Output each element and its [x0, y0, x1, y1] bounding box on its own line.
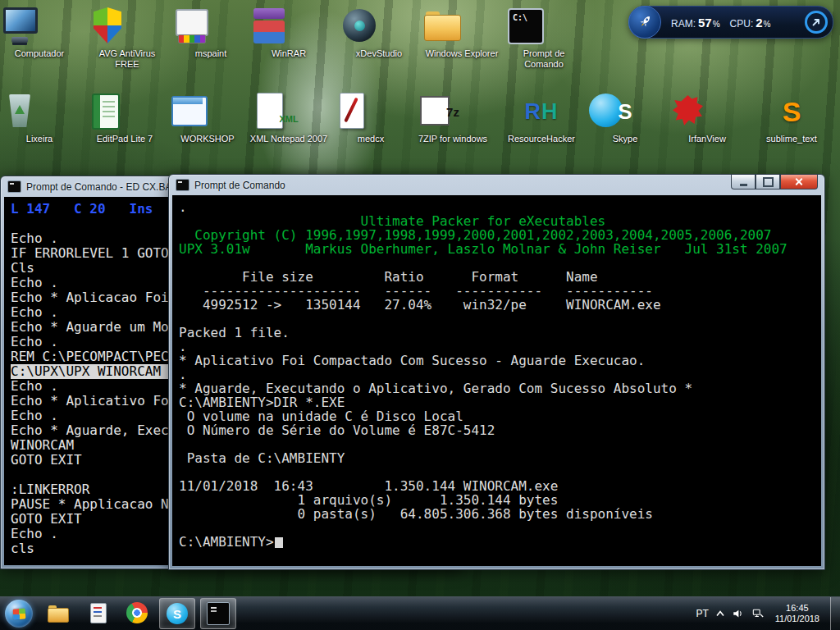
desktop-icon-editpad-lite-7[interactable]: EditPad Lite 7 [85, 92, 164, 144]
background-window-title: Prompt de Comando - ED CX.BAT [26, 181, 177, 193]
console-line: -------------------- ------ ----------- … [179, 284, 821, 298]
resource-hacker-icon: RH [502, 92, 581, 131]
desktop-icon-label: Prompt de Comando [504, 48, 583, 70]
desktop-icon-medcx[interactable]: medcx [331, 92, 410, 144]
recycle-bin-icon [0, 92, 79, 131]
cmd-icon: C:\ [504, 7, 583, 46]
cmd-window-icon [176, 179, 189, 191]
console-line: * Aplicativo Foi Compactado Com Sucesso … [179, 354, 821, 368]
desktop-icon-label: sublime_text [752, 134, 831, 144]
desktop-icon-label: XML Notepad 2007 [249, 134, 328, 144]
cpu-stat: CPU: 2 % [730, 16, 771, 30]
network-icon[interactable] [751, 608, 765, 619]
desktop-icon-winrar[interactable]: WinRAR [249, 7, 328, 59]
desktop-icon-label: AVG AntiVirus FREE [88, 48, 167, 70]
irfanview-icon [668, 92, 746, 131]
desktop: ComputadorAVG AntiVirus FREEmspaintWinRA… [0, 0, 840, 630]
desktop-icon-windows-explorer[interactable]: Windows Explorer [422, 7, 501, 59]
taskbar-apps: S [41, 598, 236, 629]
desktop-icon-computador[interactable]: Computador [0, 7, 79, 59]
console-line: . [179, 200, 821, 214]
maximize-button[interactable] [756, 175, 780, 189]
console-line: Ultimate Packer for eXecutables [179, 214, 821, 228]
skype-icon-text: S [173, 607, 181, 621]
desktop-icon-label: IrfanView [668, 134, 746, 144]
console-line: UPX 3.01w Markus Oberhumer, Laszlo Molna… [179, 242, 821, 256]
windows-explorer-icon [48, 602, 69, 623]
console-line: Copyright (C) 1996,1997,1998,1999,2000,2… [179, 228, 821, 242]
desktop-icon-7zip-for-windows[interactable]: 7z7ZIP for windows [413, 92, 492, 144]
rocket-icon [628, 6, 661, 39]
desktop-icon-label: mspaint [171, 48, 250, 59]
language-indicator[interactable]: PT [696, 608, 708, 619]
taskbar-app-windows-explorer[interactable] [41, 598, 75, 628]
cpu-unit: % [764, 20, 771, 29]
close-button[interactable] [780, 175, 818, 189]
cpu-value: 2 [756, 16, 762, 30]
console-line [179, 465, 821, 479]
paint-icon [171, 7, 250, 46]
taskbar-app-skype[interactable]: S [159, 598, 195, 629]
desktop-icon-label: Skype [586, 134, 664, 144]
clock[interactable]: 16:45 11/01/2018 [775, 603, 819, 624]
console-line: 1 arquivo(s) 1.350.144 bytes [179, 493, 821, 507]
clock-time: 16:45 [775, 603, 819, 614]
console-line: 4992512 -> 1350144 27.04% win32/pe WINOR… [179, 298, 821, 312]
system-tray: PT 16:45 11/01/2018 [696, 597, 840, 630]
foreground-window-titlebar[interactable]: Prompt de Comando [169, 175, 824, 195]
sublime-text-icon: S [752, 92, 831, 131]
desktop-icon-label: xDevStudio [340, 48, 418, 59]
skype-icon: S [586, 92, 664, 131]
console-line: O Número de Série do Volume é E87C-5412 [179, 423, 821, 437]
ram-label: RAM: [671, 18, 696, 30]
desktop-icon-sublime-text[interactable]: Ssublime_text [752, 92, 831, 144]
desktop-icon-label: medcx [331, 134, 410, 144]
hidden-icons-arrow-icon[interactable] [716, 610, 724, 617]
chrome-icon [126, 602, 148, 623]
desktop-icon-xdevstudio[interactable]: xDevStudio [340, 7, 418, 59]
desktop-icon-label: ResourceHacker [502, 134, 581, 144]
clock-date: 11/01/2018 [775, 614, 819, 624]
xml-notepad-icon: XML [249, 92, 328, 131]
desktop-icon-lixeira[interactable]: Lixeira [0, 92, 79, 144]
desktop-icon-avg-antivirus-free[interactable]: AVG AntiVirus FREE [88, 7, 167, 70]
foreground-cmd-window: Prompt de Comando . Ultimate Packer for … [168, 174, 825, 570]
workshop-icon [168, 92, 247, 131]
desktop-icon-resourcehacker[interactable]: RHResourceHacker [502, 92, 581, 144]
console-cursor [275, 537, 283, 548]
boost-arrow-button[interactable] [805, 11, 828, 34]
desktop-icon-workshop[interactable]: WORKSHOP [168, 92, 247, 144]
taskbar-app-command-prompt[interactable] [200, 598, 236, 629]
show-desktop-button[interactable] [830, 597, 840, 630]
console-line: File size Ratio Format Name [179, 270, 821, 284]
desktop-icon-label: Windows Explorer [422, 48, 501, 59]
medcx-icon [331, 92, 410, 131]
desktop-icon-prompt-de-comando[interactable]: C:\Prompt de Comando [504, 7, 583, 70]
editpad-icon [85, 92, 164, 131]
taskbar-app-editor[interactable] [80, 598, 115, 628]
resource-hacker-icon-text: RH [525, 99, 559, 125]
minimize-icon [740, 184, 747, 186]
desktop-icon-label: Computador [0, 48, 79, 59]
fg-console[interactable]: . Ultimate Packer for eXecutables Copyri… [172, 195, 821, 566]
desktop-icon-mspaint[interactable]: mspaint [171, 7, 250, 59]
console-line [179, 256, 821, 270]
desktop-icon-xml-notepad-2007[interactable]: XMLXML Notepad 2007 [249, 92, 328, 144]
start-button[interactable] [5, 600, 33, 628]
desktop-icon-skype[interactable]: SSkype [586, 92, 664, 144]
console-line: O volume na unidade C é Disco Local [179, 409, 821, 423]
folder-icon [422, 7, 501, 46]
editor-icon [87, 602, 108, 623]
console-line [179, 437, 821, 451]
minimize-button[interactable] [731, 175, 756, 189]
desktop-icon-irfanview[interactable]: IrfanView [668, 92, 746, 144]
volume-icon[interactable] [732, 608, 744, 619]
desktop-icon-label: 7ZIP for windows [413, 134, 492, 144]
console-line [179, 521, 821, 535]
7zip-icon-text: 7z [446, 105, 459, 119]
taskbar-app-chrome[interactable] [120, 598, 154, 628]
sublime-text-icon-text: S [783, 96, 801, 128]
console-line: Pasta de C:\AMBIENTY [179, 451, 821, 465]
desktop-icon-label: WinRAR [249, 48, 328, 59]
desktop-icon-label: Lixeira [0, 134, 79, 144]
